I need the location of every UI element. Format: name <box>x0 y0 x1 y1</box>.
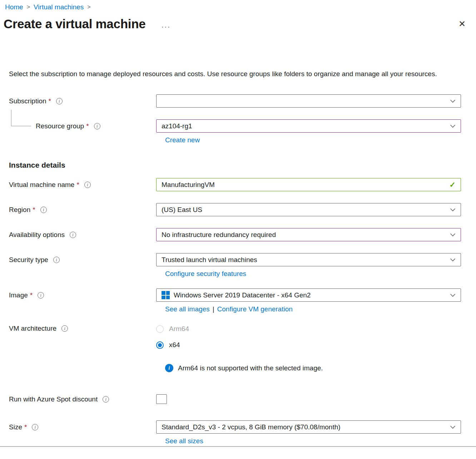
required-marker: * <box>49 97 51 105</box>
page-header: Create a virtual machine ··· ✕ <box>0 15 476 33</box>
azure-spot-label: Run with Azure Spot discount <box>9 395 98 403</box>
more-options-icon[interactable]: ··· <box>161 23 170 31</box>
azure-spot-label-group: Run with Azure Spot discount i <box>0 395 156 403</box>
security-type-label: Security type <box>9 256 48 264</box>
size-field-row: Size * i Standard_D2s_v3 - 2 vcpus, 8 Gi… <box>0 420 476 434</box>
size-links: See all sizes <box>165 437 476 445</box>
info-icon[interactable]: i <box>38 292 44 298</box>
chevron-down-icon <box>450 208 456 212</box>
breadcrumb-separator-icon: > <box>27 4 30 10</box>
radio-option-x64[interactable]: x64 <box>156 341 461 349</box>
image-value: Windows Server 2019 Datacenter - x64 Gen… <box>174 291 446 299</box>
subscription-field-row: Subscription * i <box>0 94 476 108</box>
vm-name-label-group: Virtual machine name * i <box>0 181 156 189</box>
size-label: Size <box>9 423 22 431</box>
chevron-down-icon <box>450 233 456 237</box>
required-marker: * <box>86 122 89 130</box>
info-filled-icon: i <box>165 364 173 372</box>
info-icon[interactable]: i <box>94 123 100 129</box>
security-type-links: Configure security features <box>165 270 476 278</box>
image-field-row: Image * i Windows Server 2019 Datacenter… <box>0 288 476 302</box>
radio-label-arm64: Arm64 <box>169 325 189 333</box>
create-new-resource-group-link[interactable]: Create new <box>165 136 200 144</box>
resource-group-field-row: Resource group * i az104-rg1 <box>0 119 476 133</box>
required-marker: * <box>33 206 35 214</box>
subscription-label: Subscription <box>9 97 46 105</box>
region-dropdown[interactable]: (US) East US <box>156 203 461 216</box>
radio-icon-x64[interactable] <box>156 341 164 349</box>
page-title: Create a virtual machine <box>4 15 145 33</box>
title-group: Create a virtual machine ··· <box>4 15 170 33</box>
required-marker: * <box>30 291 33 299</box>
azure-spot-checkbox[interactable] <box>156 394 167 404</box>
availability-options-dropdown[interactable]: No infrastructure redundancy required <box>156 228 461 241</box>
breadcrumb-home-link[interactable]: Home <box>5 3 23 11</box>
info-banner-text: Arm64 is not supported with the selected… <box>178 364 323 372</box>
basics-form: Subscription * i Resource group * i <box>0 94 476 447</box>
info-icon[interactable]: i <box>53 257 60 263</box>
info-icon[interactable]: i <box>61 325 68 332</box>
info-icon[interactable]: i <box>84 182 91 188</box>
vm-name-value: ManufacturingVM <box>162 181 445 189</box>
region-label: Region <box>9 206 30 214</box>
configure-vm-generation-link[interactable]: Configure VM generation <box>217 305 293 313</box>
image-dropdown[interactable]: Windows Server 2019 Datacenter - x64 Gen… <box>156 288 461 302</box>
image-label: Image <box>9 291 28 299</box>
size-label-group: Size * i <box>0 423 156 431</box>
vm-architecture-label: VM architecture <box>9 325 56 332</box>
subscription-dropdown[interactable] <box>156 94 461 108</box>
size-dropdown[interactable]: Standard_D2s_v3 - 2 vcpus, 8 GiB memory … <box>156 420 461 434</box>
breadcrumb-separator-icon: > <box>87 4 90 10</box>
size-value: Standard_D2s_v3 - 2 vcpus, 8 GiB memory … <box>162 423 446 431</box>
vm-name-input[interactable]: ManufacturingVM ✓ <box>156 178 461 191</box>
radio-option-arm64[interactable]: Arm64 <box>156 325 461 333</box>
region-value: (US) East US <box>162 206 446 214</box>
azure-spot-field-row: Run with Azure Spot discount i <box>0 394 476 404</box>
see-all-sizes-link[interactable]: See all sizes <box>165 437 203 445</box>
region-label-group: Region * i <box>0 206 156 214</box>
required-marker: * <box>24 423 27 431</box>
resource-group-dropdown[interactable]: az104-rg1 <box>156 119 461 133</box>
required-marker: * <box>76 181 79 189</box>
intro-text: Select the subscription to manage deploy… <box>9 68 460 79</box>
info-icon[interactable]: i <box>70 232 76 238</box>
configure-security-features-link[interactable]: Configure security features <box>165 270 246 277</box>
chevron-down-icon <box>450 258 456 262</box>
security-type-label-group: Security type i <box>0 256 156 264</box>
vm-name-label: Virtual machine name <box>9 181 74 189</box>
info-icon[interactable]: i <box>56 98 63 104</box>
arm64-info-banner: i Arm64 is not supported with the select… <box>165 364 476 372</box>
security-type-field-row: Security type i Trusted launch virtual m… <box>0 253 476 266</box>
tree-connector-line <box>11 110 31 126</box>
info-icon[interactable]: i <box>40 207 47 213</box>
info-icon[interactable]: i <box>32 424 38 430</box>
windows-logo-icon <box>162 291 170 299</box>
chevron-down-icon <box>450 124 456 128</box>
breadcrumb: Home > Virtual machines > <box>0 0 476 11</box>
resource-group-value: az104-rg1 <box>162 122 446 130</box>
vm-architecture-field-row: VM architecture i Arm64 x64 <box>0 325 476 349</box>
chevron-down-icon <box>450 425 456 429</box>
availability-options-label: Availability options <box>9 231 65 239</box>
security-type-value: Trusted launch virtual machines <box>162 256 446 264</box>
radio-icon-arm64[interactable] <box>156 325 164 333</box>
availability-options-label-group: Availability options i <box>0 231 156 239</box>
security-type-dropdown[interactable]: Trusted launch virtual machines <box>156 253 461 266</box>
link-separator: | <box>213 305 214 313</box>
region-field-row: Region * i (US) East US <box>0 203 476 216</box>
close-icon[interactable]: ✕ <box>458 20 466 28</box>
availability-options-value: No infrastructure redundancy required <box>162 231 446 239</box>
radio-label-x64: x64 <box>169 341 180 349</box>
image-label-group: Image * i <box>0 291 156 299</box>
check-icon: ✓ <box>449 181 456 189</box>
info-icon[interactable]: i <box>103 396 109 403</box>
resource-group-links: Create new <box>165 136 476 144</box>
chevron-down-icon <box>450 293 456 297</box>
instance-details-heading: Instance details <box>9 161 476 169</box>
see-all-images-link[interactable]: See all images <box>165 305 210 313</box>
footer-divider <box>0 446 476 447</box>
vm-architecture-radio-group: Arm64 x64 <box>156 325 461 349</box>
subscription-label-group: Subscription * i <box>0 97 156 105</box>
vm-architecture-label-group: VM architecture i <box>0 325 156 332</box>
breadcrumb-virtual-machines-link[interactable]: Virtual machines <box>34 3 84 11</box>
